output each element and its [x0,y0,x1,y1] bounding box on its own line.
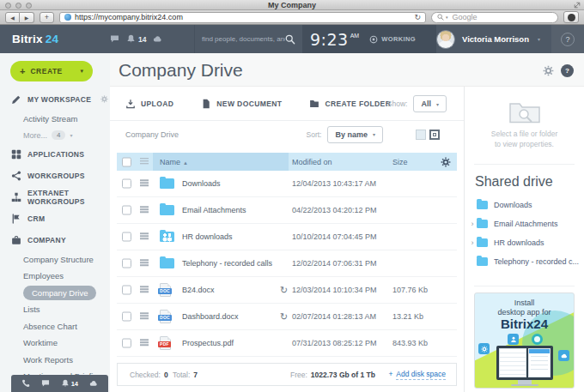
add-disk-space-link[interactable]: +Add disk space [388,370,446,380]
item-name[interactable]: Email Attachments [182,206,246,214]
window-close-button[interactable] [5,3,11,9]
sidebar-item-company-structure[interactable]: Company Structure [0,251,110,268]
expand-arrow-icon[interactable]: › [468,220,477,228]
grid-view-toggle[interactable] [416,130,426,140]
sidebar-item-employees[interactable]: Employees [0,268,110,285]
browser-search-field[interactable]: ▾ Google [431,12,558,23]
user-name: Victoria Morrison [462,34,529,44]
sidebar-item-absence-chart[interactable]: Absence Chart [0,318,110,335]
tree-item[interactable]: Downloads [468,196,584,214]
row-checkbox[interactable] [122,232,131,242]
table-row[interactable]: DOC Dashboard.docx ↻ 02/07/2014 01:28:13… [117,304,457,330]
app-header: Bitrix24 14 find people, documents, and … [0,25,584,53]
browser-menu-button[interactable] [563,11,579,23]
notifications-button[interactable]: 14 [126,34,146,44]
row-checkbox[interactable] [122,206,131,215]
row-menu-icon[interactable] [140,179,149,181]
new-tab-button[interactable]: + [40,12,54,23]
table-row[interactable]: HR downloads 10/10/2014 07:04:45 PM [117,224,457,250]
desktop-app-banner[interactable]: Install desktop app for Bitrix24 [474,292,575,389]
new-document-button[interactable]: NEW DOCUMENT [201,99,282,109]
expand-arrow-icon[interactable]: › [468,238,477,247]
sidebar-item-company-drive[interactable]: Company Drive [0,285,110,302]
forward-button[interactable]: ▶ [20,12,34,23]
user-menu[interactable]: Victoria Morrison ▾ [436,25,551,53]
item-name[interactable]: HR downloads [182,232,233,241]
row-menu-icon[interactable] [140,232,149,234]
item-name[interactable]: B24.docx [182,286,215,294]
sidebar-item-crm[interactable]: CRM [0,208,110,230]
table-row[interactable]: PDF Prospectus.pdf 07/31/2013 08:25:12 P… [117,330,457,357]
row-checkbox[interactable] [122,286,131,295]
create-folder-button[interactable]: CREATE FOLDER [309,99,391,109]
row-menu-icon[interactable] [140,312,149,314]
folder-icon [160,258,174,268]
back-button[interactable]: ◀ [5,12,20,23]
sidebar-item-applications[interactable]: APPLICATIONS [0,144,110,166]
cloud-icon[interactable] [89,379,98,388]
row-menu-icon[interactable] [140,286,149,287]
row-checkbox[interactable] [122,339,131,348]
column-header-size[interactable]: Size [392,158,408,166]
table-row[interactable]: DOC B24.docx ↻ 12/03/2014 10:10:34 PM 10… [117,277,457,304]
table-row[interactable]: Downloads 12/04/2013 10:43:17 AM [117,171,457,197]
breadcrumb[interactable]: Company Drive [125,130,179,139]
sidebar-item-workgroups[interactable]: WORKGROUPS [0,166,110,187]
create-button[interactable]: + CREATE ▾ [10,61,93,81]
item-name[interactable]: Telephony - recorded calls [182,259,272,268]
show-select[interactable]: All ▾ [413,95,447,112]
sidebar-item-worktime[interactable]: Worktime [0,335,110,352]
row-checkbox[interactable] [122,312,131,322]
avatar[interactable] [436,30,455,49]
worktime-panel[interactable]: 9:23 AM WORKING [302,25,436,53]
window-minimize-button[interactable] [15,3,21,9]
select-all-checkbox[interactable] [122,157,131,166]
sidebar-item-my-workspace[interactable]: MY WORKSPACE [0,88,110,110]
table-row[interactable]: Telephony - recorded calls 12/02/2014 07… [117,250,457,277]
address-bar[interactable]: https://mycompany.bitrix24.com ↻ [59,12,426,23]
window-zoom-button[interactable] [26,3,32,9]
item-name[interactable]: Dashboard.docx [182,312,239,321]
list-view-toggle[interactable] [429,130,440,140]
tree-item[interactable]: Telephony - recorded c... [468,252,584,271]
cloud-icon[interactable] [153,34,162,44]
row-menu-icon[interactable] [140,206,149,208]
sidebar-item-work-reports[interactable]: Work Reports [0,352,110,369]
bitrix24-logo[interactable]: Bitrix24 [12,25,58,53]
help-icon[interactable]: ? [561,64,574,77]
notifications-button[interactable]: 14 [61,379,78,388]
row-menu-icon[interactable] [140,259,149,261]
settings-gear-icon[interactable] [543,65,554,76]
chat-icon[interactable] [110,34,119,44]
sort-select[interactable]: By name ▾ [327,126,383,143]
tree-item[interactable]: › HR downloads [468,233,584,252]
table-settings-gear-icon[interactable] [441,157,451,167]
help-panel[interactable]: ? [551,25,584,53]
tree-item[interactable]: › Email Attachments [468,214,584,233]
window-resize-icon[interactable] [574,2,581,9]
upload-button[interactable]: UPLOAD [125,99,173,109]
messenger-dock[interactable]: 14 [11,375,108,392]
gear-icon[interactable] [100,95,108,103]
item-name[interactable]: Downloads [182,179,221,188]
help-icon[interactable]: ? [561,33,575,46]
row-checkbox[interactable] [122,179,131,189]
row-menu-icon[interactable] [140,339,149,341]
column-header-name[interactable]: Name▲ [160,158,188,166]
reload-button[interactable]: ↻ [414,13,421,21]
sidebar-item-activity-stream[interactable]: Activity Stream [0,110,110,127]
header-menu-icon[interactable] [140,158,149,160]
sidebar-item-company[interactable]: COMPANY [0,230,110,251]
sidebar-more-toggle[interactable]: More... 4 ▾ [0,127,110,144]
phone-icon[interactable] [21,379,30,388]
table-row[interactable]: Email Attachments 04/22/2013 04:20:12 PM [117,197,457,224]
search-icon[interactable] [285,34,295,45]
column-header-modified[interactable]: Modified on [292,158,332,166]
sidebar-item-extranet-workgroups[interactable]: EXTRANET WORKGROUPS [0,187,110,208]
item-name[interactable]: Prospectus.pdf [182,339,234,347]
global-search-input[interactable]: find people, documents, and m [194,25,302,53]
chat-icon[interactable] [41,379,50,388]
sidebar-item-lists[interactable]: Lists [0,301,110,318]
row-checkbox[interactable] [122,259,131,268]
working-status[interactable]: WORKING [369,35,416,44]
